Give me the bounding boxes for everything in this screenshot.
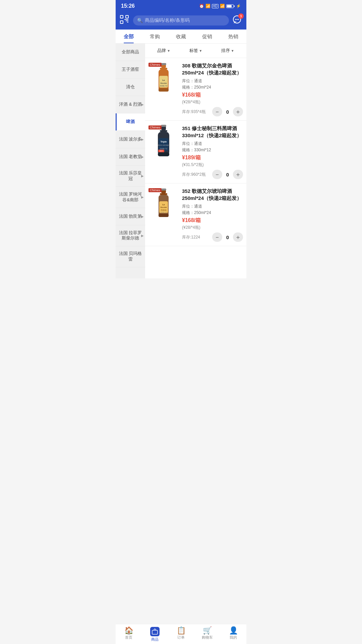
- qty-increase-btn[interactable]: ＋: [233, 232, 243, 242]
- sidebar-item-crown[interactable]: 法国 乐莎皇冠 ▶: [116, 166, 145, 187]
- tab-frequent[interactable]: 常购: [142, 30, 168, 43]
- qty-control: － 0 ＋: [212, 232, 243, 242]
- sidebar-item-spirits[interactable]: 洋酒 & 烈酒 ▶: [116, 96, 145, 113]
- stock-qty-row: 库存:960*2瓶 － 0 ＋: [182, 170, 243, 179]
- scan-icon[interactable]: [120, 15, 130, 26]
- svg-rect-39: [161, 189, 166, 191]
- product-location: 库位：通道: [182, 141, 243, 147]
- tag-filter[interactable]: 标签 ▼: [180, 46, 211, 55]
- tab-navigation: 全部 常购 收藏 促销 热销: [116, 30, 246, 44]
- product-item: Chimes Le Moudale 250ML*24 308: [145, 58, 246, 121]
- svg-text:Le: Le: [162, 204, 165, 206]
- stock-text: 库存:1224: [182, 234, 200, 240]
- brand-tag: Chimes: [148, 188, 162, 192]
- product-location: 库位：通道: [182, 204, 243, 209]
- filter-bar: 品牌 ▼ 标签 ▼ 排序 ▼: [145, 44, 246, 58]
- product-image[interactable]: Chimes Le Moudale 250ML*24: [148, 62, 179, 99]
- svg-text:SSY: SSY: [160, 150, 163, 152]
- chat-badge: 9: [238, 13, 244, 19]
- svg-text:Le: Le: [162, 79, 165, 81]
- wifi-icon: 📶: [205, 4, 210, 8]
- arrow-icon: ▶: [141, 102, 144, 107]
- alarm-icon: ⏰: [199, 4, 204, 8]
- sidebar-item-lafite[interactable]: 法国 拉菲罗斯柴尔德 ▶: [116, 225, 145, 247]
- qty-decrease-btn[interactable]: －: [212, 170, 222, 179]
- sort-filter[interactable]: 排序 ▼: [213, 46, 243, 55]
- svg-text:Triple: Triple: [161, 141, 167, 143]
- status-icons: ⏰ 📶 HD 📶 ⚡: [199, 4, 241, 8]
- brand-filter[interactable]: 品牌 ▼: [148, 46, 179, 55]
- main-content: 全部商品 王子酒窖 清仓 洋酒 & 烈酒 ▶ 啤酒 法国 波尔多 ▶ 法国 老教…: [116, 44, 246, 278]
- product-location: 库位：通道: [182, 78, 243, 84]
- sidebar-item-all[interactable]: 全部商品: [116, 44, 145, 61]
- svg-text:TROIS MOINES: TROIS MOINES: [158, 144, 170, 146]
- sidebar-item-bordeaux[interactable]: 法国 波尔多 ▶: [116, 131, 145, 148]
- tab-bestseller[interactable]: 热销: [220, 30, 246, 43]
- qty-control: － 0 ＋: [212, 107, 243, 116]
- arrow-icon: ▶: [141, 214, 144, 219]
- product-image[interactable]: Chimes Le Moudale Ambrée 250ML*24: [148, 187, 179, 224]
- status-time: 15:26: [121, 3, 135, 9]
- sidebar-item-rhone[interactable]: 法国 罗纳河谷&南部 ▶: [116, 187, 145, 208]
- search-bar[interactable]: 🔍 商品编码/名称/条形码: [133, 15, 229, 25]
- stock-text: 库存:960*2瓶: [182, 172, 206, 177]
- product-info: 308 歌德艾尔金色啤酒250ml*24（快递2箱起发） 库位：通道 规格：25…: [182, 62, 243, 116]
- sidebar-item-prince[interactable]: 王子酒窖: [116, 61, 145, 78]
- svg-point-8: [237, 19, 238, 20]
- arrow-icon: ▶: [141, 174, 144, 178]
- product-name[interactable]: 351 修士秘制三料黑啤酒330ml*12（快递2箱起发）: [182, 125, 243, 139]
- tab-promotion[interactable]: 促销: [194, 30, 220, 43]
- arrow-icon: ▶: [141, 155, 144, 159]
- sidebar-item-beima[interactable]: 法国 贝玛格雷: [116, 246, 145, 267]
- svg-rect-11: [160, 68, 167, 69]
- svg-rect-20: [160, 130, 167, 132]
- qty-value: 0: [222, 234, 233, 240]
- chat-button[interactable]: 9: [232, 15, 242, 26]
- product-price: ¥168/箱: [182, 217, 243, 224]
- charging-icon: ⚡: [236, 4, 241, 8]
- qty-increase-btn[interactable]: ＋: [233, 170, 243, 179]
- product-info: 351 修士秘制三料黑啤酒330ml*12（快递2箱起发） 库位：通道 规格：3…: [182, 125, 243, 179]
- tab-favorites[interactable]: 收藏: [168, 30, 194, 43]
- svg-rect-33: [159, 214, 169, 217]
- svg-text:250ML*24: 250ML*24: [160, 85, 168, 87]
- search-icon: 🔍: [137, 18, 143, 23]
- svg-text:Moudale: Moudale: [160, 82, 167, 84]
- stock-qty-row: 库存:1224 － 0 ＋: [182, 232, 243, 242]
- product-image[interactable]: Chimes Triple TROIS MOINES 330ML*12 SSY: [148, 125, 179, 162]
- battery-indicator: [226, 4, 235, 8]
- hd-icon: HD: [212, 4, 219, 8]
- svg-rect-13: [159, 88, 169, 92]
- product-item: Chimes Le Moudale Ambrée 250ML*24: [145, 183, 246, 246]
- product-spec: 规格：250ml*24: [182, 85, 243, 90]
- category-sidebar: 全部商品 王子酒窖 清仓 洋酒 & 烈酒 ▶ 啤酒 法国 波尔多 ▶ 法国 老教…: [116, 44, 145, 278]
- svg-rect-31: [160, 193, 167, 195]
- svg-point-9: [238, 19, 239, 20]
- brand-tag: Chimes: [148, 125, 162, 129]
- qty-control: － 0 ＋: [212, 170, 243, 179]
- chevron-down-icon: ▼: [231, 49, 234, 53]
- svg-point-7: [235, 19, 236, 20]
- product-name[interactable]: 352 歌德艾尔琥珀啤酒250ml*24（快递2箱起发）: [182, 187, 243, 202]
- qty-value: 0: [222, 172, 233, 177]
- product-info: 352 歌德艾尔琥珀啤酒250ml*24（快递2箱起发） 库位：通道 规格：25…: [182, 187, 243, 242]
- arrow-icon: ▶: [141, 233, 144, 238]
- qty-decrease-btn[interactable]: －: [212, 232, 222, 242]
- sidebar-item-old-church[interactable]: 法国 老教堂 ▶: [116, 148, 145, 166]
- qty-decrease-btn[interactable]: －: [212, 107, 222, 116]
- qty-increase-btn[interactable]: ＋: [233, 107, 243, 116]
- sidebar-item-clearance[interactable]: 清仓: [116, 78, 145, 96]
- product-unit-price: (¥28/*4瓶): [182, 99, 243, 105]
- svg-text:250ML*24: 250ML*24: [161, 211, 167, 213]
- svg-rect-22: [158, 152, 169, 156]
- sidebar-item-beer[interactable]: 啤酒: [116, 113, 145, 131]
- tab-all[interactable]: 全部: [116, 30, 142, 43]
- svg-text:330ML*12: 330ML*12: [160, 148, 168, 150]
- svg-rect-1: [126, 15, 128, 18]
- product-unit-price: (¥31.5/*2瓶): [182, 162, 243, 168]
- header: 🔍 商品编码/名称/条形码 9: [116, 12, 246, 30]
- sidebar-item-burgundy[interactable]: 法国 勃艮第 ▶: [116, 208, 145, 225]
- product-spec: 规格：250ml*24: [182, 210, 243, 216]
- product-spec: 规格：330ml*12: [182, 147, 243, 153]
- product-name[interactable]: 308 歌德艾尔金色啤酒250ml*24（快递2箱起发）: [182, 62, 243, 76]
